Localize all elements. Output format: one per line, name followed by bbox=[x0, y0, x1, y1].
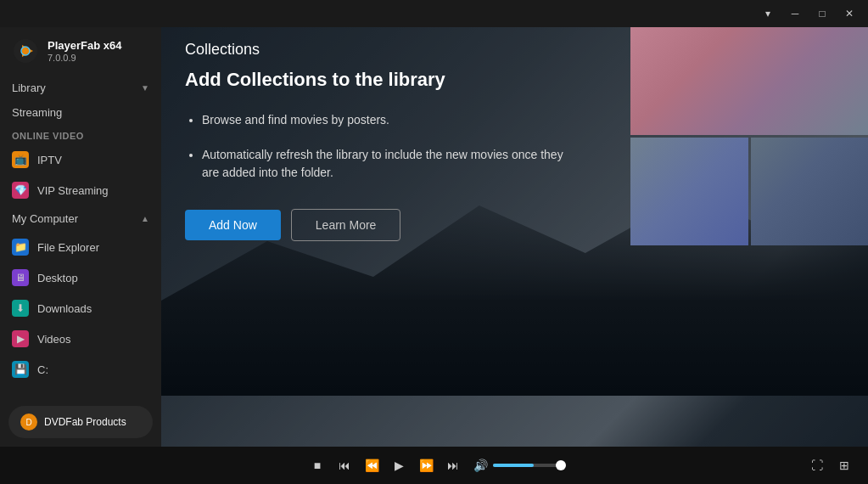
library-header[interactable]: Library ▼ bbox=[0, 75, 161, 101]
c-drive-icon: 💾 bbox=[12, 361, 29, 378]
stop-button[interactable]: ■ bbox=[307, 455, 328, 476]
volume-fill bbox=[493, 464, 534, 467]
rewind-button[interactable]: ⏪ bbox=[361, 455, 382, 476]
titlebar: ▾ ─ □ ✕ bbox=[0, 0, 868, 27]
feature-list: Browse and find movies by posters. Autom… bbox=[185, 111, 844, 182]
minimize-btn[interactable]: ─ bbox=[783, 4, 807, 23]
content-area: Collections Add Collections to the libra… bbox=[161, 27, 868, 447]
player-bar: ■ ⏮ ⏪ ▶ ⏩ ⏭ 🔊 ⛶ ⊞ bbox=[0, 447, 868, 484]
sidebar-item-downloads[interactable]: ⬇ Downloads bbox=[0, 293, 161, 324]
app-name: PlayerFab x64 bbox=[48, 39, 121, 53]
next-button[interactable]: ⏭ bbox=[443, 455, 463, 476]
sidebar: PlayerFab x64 7.0.0.9 Library ▼ Streamin… bbox=[0, 27, 161, 447]
desktop-icon: 🖥 bbox=[12, 269, 29, 286]
my-computer-header[interactable]: My Computer ▲ bbox=[0, 205, 161, 232]
maximize-btn[interactable]: □ bbox=[810, 4, 834, 23]
sidebar-item-desktop[interactable]: 🖥 Desktop bbox=[0, 262, 161, 293]
sidebar-item-videos[interactable]: ▶ Videos bbox=[0, 324, 161, 354]
file-explorer-icon: 📁 bbox=[12, 239, 29, 256]
app-logo: PlayerFab x64 7.0.0.9 bbox=[0, 27, 161, 75]
volume-thumb bbox=[556, 460, 566, 470]
app-name-block: PlayerFab x64 7.0.0.9 bbox=[48, 39, 121, 63]
my-computer-label: My Computer bbox=[12, 212, 78, 225]
sidebar-item-file-explorer[interactable]: 📁 File Explorer bbox=[0, 232, 161, 262]
window-controls: ▾ ─ □ ✕ bbox=[756, 4, 861, 23]
collection-title: Add Collections to the library bbox=[185, 69, 844, 91]
learn-more-button[interactable]: Learn More bbox=[291, 209, 401, 241]
feature-item-1: Browse and find movies by posters. bbox=[202, 111, 575, 129]
play-button[interactable]: ▶ bbox=[389, 455, 409, 476]
sidebar-item-vip-streaming[interactable]: 💎 VIP Streaming bbox=[0, 175, 161, 205]
player-controls: ■ ⏮ ⏪ ▶ ⏩ ⏭ bbox=[307, 455, 463, 476]
videos-icon: ▶ bbox=[12, 330, 29, 347]
streaming-label: Streaming bbox=[12, 106, 62, 119]
file-explorer-label: File Explorer bbox=[37, 241, 99, 254]
fast-forward-button[interactable]: ⏩ bbox=[416, 455, 436, 476]
vip-streaming-label: VIP Streaming bbox=[37, 184, 109, 197]
page-title: Collections bbox=[185, 41, 844, 59]
library-label: Library bbox=[12, 82, 46, 94]
fullscreen-button[interactable]: ⛶ bbox=[807, 455, 827, 476]
desktop-label: Desktop bbox=[37, 272, 78, 284]
grid-view-button[interactable]: ⊞ bbox=[834, 455, 854, 476]
iptv-icon: 📺 bbox=[12, 151, 29, 168]
main-container: PlayerFab x64 7.0.0.9 Library ▼ Streamin… bbox=[0, 27, 868, 447]
sidebar-item-c-drive[interactable]: 💾 C: bbox=[0, 354, 161, 385]
action-buttons: Add Now Learn More bbox=[185, 209, 844, 241]
app-logo-icon bbox=[12, 37, 39, 65]
c-drive-label: C: bbox=[37, 363, 48, 376]
app-version: 7.0.0.9 bbox=[48, 53, 121, 63]
add-now-button[interactable]: Add Now bbox=[185, 210, 281, 240]
sidebar-item-iptv[interactable]: 📺 IPTV bbox=[0, 144, 161, 175]
my-computer-chevron: ▲ bbox=[141, 214, 149, 223]
dvdfab-button[interactable]: D DVDFab Products bbox=[8, 406, 153, 438]
sidebar-item-streaming[interactable]: Streaming bbox=[0, 101, 161, 124]
online-video-section-label: ONLINE VIDEO bbox=[0, 124, 161, 144]
feature-item-2: Automatically refresh the library to inc… bbox=[202, 146, 575, 182]
library-chevron: ▼ bbox=[141, 83, 149, 93]
close-btn[interactable]: ✕ bbox=[837, 4, 861, 23]
dvdfab-icon: D bbox=[20, 414, 37, 431]
right-icons: ⛶ ⊞ bbox=[807, 455, 854, 476]
dropdown-btn[interactable]: ▾ bbox=[756, 4, 780, 23]
downloads-label: Downloads bbox=[37, 302, 92, 315]
prev-button[interactable]: ⏮ bbox=[334, 455, 355, 476]
volume-icon: 🔊 bbox=[473, 459, 488, 472]
volume-section: 🔊 bbox=[473, 459, 561, 472]
volume-slider[interactable] bbox=[493, 464, 561, 467]
iptv-label: IPTV bbox=[37, 154, 62, 166]
downloads-icon: ⬇ bbox=[12, 300, 29, 317]
vip-streaming-icon: 💎 bbox=[12, 182, 29, 199]
dvdfab-label: DVDFab Products bbox=[44, 416, 126, 428]
content-overlay: Collections Add Collections to the libra… bbox=[161, 27, 868, 447]
videos-label: Videos bbox=[37, 333, 71, 346]
